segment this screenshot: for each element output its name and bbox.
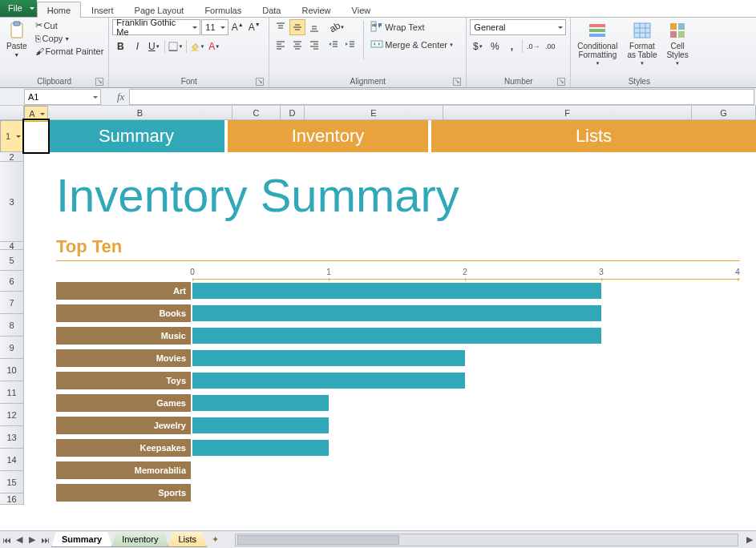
tab-nav-next[interactable]: ▶ [26, 534, 38, 545]
currency-button[interactable]: $▼ [470, 38, 486, 54]
cell-styles-icon [668, 21, 687, 40]
row-header-3[interactable]: 3 [0, 162, 24, 242]
align-left-button[interactable] [273, 37, 289, 53]
align-bottom-button[interactable] [306, 19, 322, 35]
row-header-6[interactable]: 6 [0, 271, 24, 292]
axis-tick: 0 [190, 268, 195, 276]
row-header-16[interactable]: 16 [0, 494, 24, 505]
conditional-formatting-button[interactable]: Conditional Formatting▼ [574, 19, 621, 67]
chart-bar-label: Movies [56, 349, 191, 367]
merge-center-button[interactable]: Merge & Center ▼ [369, 37, 455, 53]
col-header-D[interactable]: D [281, 106, 305, 120]
tab-nav-last[interactable]: ⏭ [38, 535, 51, 545]
chart-bar-label: Jewelry [56, 417, 191, 434]
align-middle-button[interactable] [289, 19, 305, 35]
font-color-button[interactable]: A▼ [206, 38, 222, 54]
row-header-14[interactable]: 14 [0, 449, 24, 471]
cell-styles-button[interactable]: Cell Styles▼ [663, 19, 691, 67]
row-header-11[interactable]: 11 [0, 381, 24, 404]
comma-button[interactable]: , [503, 38, 519, 54]
wrap-text-button[interactable]: ab Wrap Text [369, 19, 455, 35]
orientation-button[interactable]: ab▼ [325, 19, 348, 35]
font-name-select[interactable]: Franklin Gothic Me [112, 19, 200, 35]
tab-page-layout[interactable]: Page Layout [124, 2, 195, 18]
nav-inventory[interactable]: Inventory [228, 120, 428, 152]
row-header-15[interactable]: 15 [0, 471, 24, 494]
underline-button[interactable]: U▼ [146, 38, 162, 54]
font-dialog-icon[interactable]: ↘ [256, 78, 264, 86]
format-painter-button[interactable]: 🖌 Format Painter [34, 46, 106, 57]
svg-rect-1 [14, 22, 20, 26]
formula-input[interactable] [129, 89, 754, 105]
row-header-7[interactable]: 7 [0, 292, 24, 314]
nav-summary[interactable]: Summary [48, 120, 224, 152]
alignment-dialog-icon[interactable]: ↘ [453, 78, 461, 86]
col-header-F[interactable]: F [443, 106, 692, 120]
paste-button[interactable]: Paste ▼ [3, 19, 30, 59]
row-header-4[interactable]: 4 [0, 242, 24, 250]
select-all-corner[interactable] [0, 106, 24, 120]
tab-data[interactable]: Data [252, 2, 291, 18]
sheet-tab-lists[interactable]: Lists [168, 532, 207, 547]
clipboard-dialog-icon[interactable]: ↘ [95, 78, 103, 86]
format-as-table-button[interactable]: Format as Table▼ [624, 19, 660, 67]
row-header-1[interactable]: 1 [0, 120, 24, 152]
new-sheet-icon[interactable]: ✦ [206, 534, 224, 545]
align-center-button[interactable] [289, 37, 305, 53]
col-header-A[interactable]: A [24, 106, 48, 122]
chart-bar-row: Memorabilia [56, 459, 740, 482]
svg-rect-4 [192, 50, 199, 51]
file-tab[interactable]: File [0, 0, 37, 17]
fill-color-button[interactable]: ▼ [189, 38, 205, 54]
cut-button[interactable]: ✂ Cut [34, 19, 106, 31]
horizontal-scrollbar[interactable] [235, 534, 738, 546]
row-header-5[interactable]: 5 [0, 250, 24, 271]
tab-formulas[interactable]: Formulas [194, 2, 252, 18]
row-header-8[interactable]: 8 [0, 314, 24, 336]
decrease-decimal-button[interactable]: .00 [542, 38, 558, 54]
row-header-9[interactable]: 9 [0, 336, 24, 359]
col-header-C[interactable]: C [232, 106, 281, 120]
tab-nav-prev[interactable]: ◀ [13, 534, 26, 545]
scroll-right[interactable]: ▶ [743, 534, 756, 545]
align-top-button[interactable] [273, 19, 289, 35]
cell-grid[interactable]: Summary Inventory Lists Inventory Summar… [24, 120, 756, 530]
number-format-select[interactable]: General [470, 19, 566, 35]
tab-view[interactable]: View [342, 2, 382, 18]
increase-font-icon[interactable]: A▲ [229, 19, 245, 35]
decrease-indent-button[interactable] [325, 37, 342, 53]
italic-button[interactable]: I [129, 38, 145, 54]
copy-button[interactable]: ⎘ Copy ▼ [34, 33, 106, 44]
group-label-styles: Styles [629, 77, 650, 86]
percent-button[interactable]: % [487, 38, 503, 54]
tab-insert[interactable]: Insert [81, 2, 124, 18]
brush-icon: 🖌 [35, 46, 44, 56]
row-header-10[interactable]: 10 [0, 359, 24, 381]
increase-decimal-button[interactable]: .0→ [525, 38, 541, 54]
decrease-font-icon[interactable]: A▼ [246, 19, 262, 35]
borders-button[interactable]: ▼ [168, 38, 184, 54]
col-header-E[interactable]: E [305, 106, 443, 120]
name-box[interactable]: A1 [24, 89, 101, 105]
wrap-text-icon: ab [370, 20, 383, 34]
tab-review[interactable]: Review [291, 2, 341, 18]
chart-x-axis: 01234 [192, 268, 740, 279]
nav-lists[interactable]: Lists [431, 120, 756, 152]
sheet-tab-inventory[interactable]: Inventory [111, 532, 168, 547]
align-right-button[interactable] [306, 37, 322, 53]
bold-button[interactable]: B [112, 38, 128, 54]
axis-tick: 2 [463, 268, 467, 276]
tab-nav-first[interactable]: ⏮ [0, 535, 13, 545]
sheet-tab-summary[interactable]: Summary [51, 532, 112, 547]
svg-rect-46 [678, 31, 685, 38]
row-header-13[interactable]: 13 [0, 426, 24, 449]
tab-home[interactable]: Home [37, 2, 81, 18]
increase-indent-button[interactable] [342, 37, 358, 53]
col-header-G[interactable]: G [692, 106, 756, 120]
fx-icon[interactable]: fx [117, 91, 124, 103]
col-header-B[interactable]: B [48, 106, 232, 120]
font-size-select[interactable]: 11 [201, 19, 228, 35]
number-dialog-icon[interactable]: ↘ [557, 78, 565, 86]
row-header-12[interactable]: 12 [0, 404, 24, 426]
row-header-2[interactable]: 2 [0, 152, 24, 162]
